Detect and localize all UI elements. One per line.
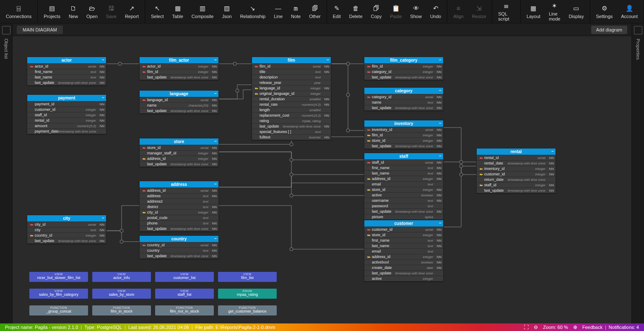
column-row[interactable]: ●▸city_idserialNN	[27, 222, 106, 227]
entity-header[interactable]: country−	[140, 236, 218, 242]
undo-button[interactable]: ↶Undo	[426, 0, 445, 23]
column-row[interactable]: countrytextNN	[140, 248, 218, 253]
column-row[interactable]: namecharacter(20)NN	[140, 102, 218, 108]
entity-address[interactable]: address−●▸address_idserialNNaddresstextN…	[139, 181, 219, 232]
entity-header[interactable]: film−	[252, 57, 331, 63]
copy-button[interactable]: 🗍Copy	[367, 0, 386, 23]
show-button[interactable]: 👁Show	[406, 0, 426, 23]
column-row[interactable]: ●▸address_idintegerNN	[140, 156, 218, 161]
collapse-icon[interactable]: −	[439, 154, 441, 158]
column-row[interactable]: lengthsmallint	[252, 107, 331, 112]
column-row[interactable]: ●▸actor_idintegerNN	[140, 63, 218, 69]
zoom-in-button[interactable]: ⊕	[571, 324, 580, 330]
column-row[interactable]: addresstextNN	[140, 193, 218, 198]
view-film_list[interactable]: VIEWfilm_list	[218, 272, 277, 282]
column-row[interactable]: last_nametextNN	[364, 243, 443, 248]
column-row[interactable]: ●▸country_idserialNN	[140, 242, 218, 248]
column-row[interactable]: postal_codetext	[140, 215, 218, 220]
edit-button[interactable]: ✎Edit	[329, 0, 345, 23]
entity-header[interactable]: actor−	[27, 57, 106, 63]
func-film_in_stock[interactable]: FUNCTIONfilm_in_stock	[92, 305, 151, 315]
entity-header[interactable]: film_category−	[364, 57, 443, 63]
entity-staff[interactable]: staff−●▸staff_idserialNNfirst_nametextNN…	[364, 153, 444, 220]
func-film_not_in_stock[interactable]: FUNCTIONfilm_not_in_stock	[155, 305, 214, 315]
column-row[interactable]: picturebytea	[364, 214, 443, 219]
report-button[interactable]: ↗Report	[121, 0, 143, 23]
func-_group_concat[interactable]: FUNCTION_group_concat	[29, 305, 88, 315]
line-button[interactable]: —Line	[270, 0, 287, 23]
entity-payment[interactable]: payment−payment_idNNcustomer_idintegerNN…	[27, 94, 106, 134]
other-button[interactable]: 🗐Other	[305, 0, 325, 23]
entity-inventory[interactable]: inventory−●▸inventory_idserialNN●▸film_i…	[364, 120, 444, 149]
entity-actor[interactable]: actor−●▸actor_idserialNNfirst_nametextNN…	[27, 57, 106, 86]
entity-header[interactable]: inventory−	[364, 120, 443, 127]
column-row[interactable]: first_nametextNN	[364, 165, 443, 170]
entity-header[interactable]: rental−	[477, 149, 556, 155]
entity-film_category[interactable]: film_category−●▸film_idintegerNN●▸catego…	[364, 57, 444, 80]
column-row[interactable]: payment_idNN	[27, 101, 106, 107]
column-row[interactable]: ●▸inventory_idintegerNN	[477, 166, 556, 171]
column-row[interactable]: last_updatetimestamp with time zoneNN	[140, 108, 218, 113]
column-row[interactable]: ●▸category_idintegerNN	[364, 69, 443, 74]
column-row[interactable]: districttextNN	[140, 204, 218, 209]
column-row[interactable]: customer_idintegerNN	[27, 107, 106, 112]
view-customer_list[interactable]: VIEWcustomer_list	[155, 272, 214, 282]
column-row[interactable]: ●▸store_idserialNN	[140, 145, 218, 150]
column-row[interactable]: emailtext	[364, 248, 443, 254]
column-row[interactable]: ●▸actor_idserialNN	[27, 63, 106, 69]
connections-button[interactable]: ⌸Connections	[2, 0, 36, 23]
entity-header[interactable]: customer−	[364, 220, 443, 227]
add-diagram-button[interactable]: Add diagram	[591, 26, 627, 34]
diagram-canvas[interactable]: actor−●▸actor_idserialNNfirst_nametextNN…	[13, 36, 631, 323]
column-row[interactable]: staff_idintegerNN	[27, 112, 106, 117]
collapse-icon[interactable]: −	[214, 57, 217, 62]
column-row[interactable]: return_datetimestamp with time zone	[477, 177, 556, 182]
column-row[interactable]: ratingmpaa_rating	[252, 118, 331, 123]
collapse-icon[interactable]: −	[439, 88, 441, 93]
entity-header[interactable]: store−	[140, 138, 218, 145]
collapse-icon[interactable]: −	[102, 57, 104, 62]
column-row[interactable]: ●▸customer_idserialNN	[364, 227, 443, 232]
column-row[interactable]: last_updatetimestamp with time zoneNN	[364, 143, 443, 149]
collapse-icon[interactable]: −	[214, 236, 217, 241]
column-row[interactable]: payment_datetimestamp with time zone	[27, 128, 106, 134]
collapse-icon[interactable]: −	[439, 221, 441, 225]
column-row[interactable]: last_updatetimestamp with time zoneNN	[140, 161, 218, 167]
column-row[interactable]: last_updatetimestamp with time zoneNN	[477, 188, 556, 193]
entity-header[interactable]: address−	[140, 181, 218, 188]
column-row[interactable]: last_updatetimestamp with time zoneNN	[140, 253, 218, 258]
column-row[interactable]: ●▸address_idserialNN	[140, 188, 218, 193]
column-row[interactable]: ●▸customer_idintegerNN	[477, 171, 556, 177]
collapse-icon[interactable]: −	[551, 149, 554, 154]
column-row[interactable]: last_nametextNN	[364, 170, 443, 176]
column-row[interactable]: ●▸language_idintegerNN	[252, 85, 331, 91]
view-staff_list[interactable]: VIEWstaff_list	[155, 289, 214, 299]
properties-icon[interactable]	[634, 26, 642, 34]
entity-rental[interactable]: rental−●▸rental_idserialNNrental_datetim…	[476, 148, 556, 193]
note-button[interactable]: 🗈Note	[287, 0, 305, 23]
object-list-icon[interactable]	[2, 26, 10, 34]
column-row[interactable]: rental_durationsmallintNN	[252, 96, 331, 102]
column-row[interactable]: ●▸store_idintegerNN	[364, 232, 443, 237]
entity-store[interactable]: store−●▸store_idserialNNmanager_staff_id…	[139, 138, 219, 167]
status-notifications[interactable]: Notifications: 4	[606, 325, 641, 330]
view-sales_by_store[interactable]: VIEWsales_by_store	[92, 289, 151, 299]
collapse-icon[interactable]: −	[214, 182, 217, 186]
entity-customer[interactable]: customer−●▸customer_idserialNN●▸store_id…	[364, 220, 444, 281]
display-button[interactable]: ▭Display	[564, 0, 588, 23]
column-row[interactable]: ●▸category_idserialNN	[364, 94, 443, 99]
column-row[interactable]: ●▸language_idserialNN	[140, 97, 218, 102]
column-row[interactable]: ●▸city_idintegerNN	[140, 209, 218, 215]
new-button[interactable]: 🗋New	[65, 0, 82, 23]
column-row[interactable]: citytextNN	[27, 227, 106, 232]
column-row[interactable]: activebooleanNN	[364, 192, 443, 198]
column-row[interactable]: titletextNN	[252, 69, 331, 74]
column-row[interactable]: ●▸rental_idserialNN	[477, 155, 556, 160]
column-row[interactable]: emailtext	[364, 181, 443, 187]
fullscreen-icon[interactable]: ⛶	[521, 324, 531, 330]
relationship-button[interactable]: ↘Relationship	[236, 0, 270, 23]
column-row[interactable]: last_updatetimestamp with time zoneNN	[140, 226, 218, 231]
column-row[interactable]: ●▸original_language_idinteger	[252, 91, 331, 96]
zoom-out-button[interactable]: ⊖	[531, 324, 540, 330]
column-row[interactable]: ●▸address_idintegerNN	[364, 176, 443, 181]
